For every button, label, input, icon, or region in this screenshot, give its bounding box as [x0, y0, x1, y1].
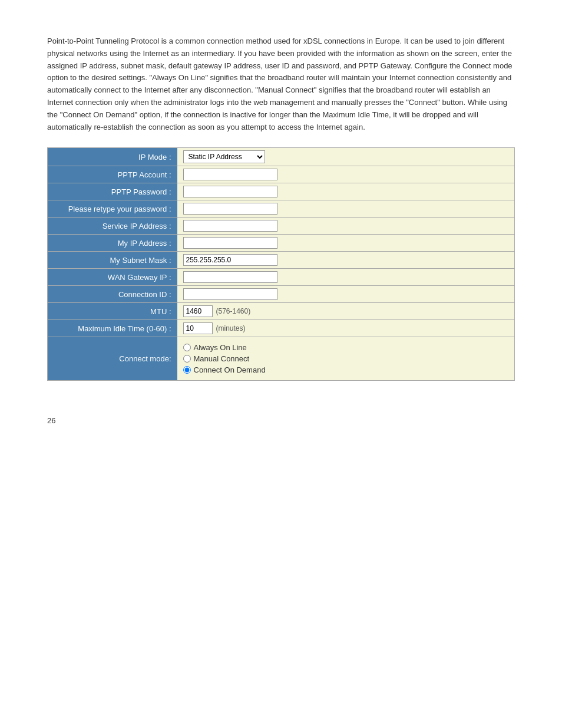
- pptp-account-label: PPTP Account :: [48, 166, 177, 183]
- service-ip-address-value-cell: [177, 218, 515, 235]
- my-ip-address-value-cell: [177, 235, 515, 252]
- service-ip-address-input[interactable]: [183, 220, 277, 232]
- pptp-password-input[interactable]: [183, 186, 277, 197]
- ip-mode-select[interactable]: Static IP AddressDynamic IP Address: [183, 150, 265, 163]
- connect-mode-value-cell: Always On LineManual ConnectConnect On D…: [177, 337, 515, 381]
- pptp-account-value-cell: [177, 166, 515, 183]
- connection-id-label: Connection ID :: [48, 286, 177, 303]
- page-number: 26: [47, 416, 515, 425]
- radio-label-always-on-line: Always On Line: [194, 343, 247, 352]
- radio-manual-connect[interactable]: [183, 355, 191, 363]
- radio-label-connect-on-demand: Connect On Demand: [194, 365, 266, 374]
- radio-connect-on-demand[interactable]: [183, 366, 191, 374]
- ip-mode-label: IP Mode :: [48, 148, 177, 166]
- radio-item-manual-connect[interactable]: Manual Connect: [183, 354, 509, 363]
- radio-always-on-line[interactable]: [183, 344, 191, 351]
- my-subnet-mask-value-cell: [177, 252, 515, 269]
- mtu-value-cell: (576-1460): [177, 303, 515, 320]
- my-subnet-mask-label: My Subnet Mask :: [48, 252, 177, 269]
- pptp-password-label: PPTP Password :: [48, 183, 177, 200]
- config-table: IP Mode :Static IP AddressDynamic IP Add…: [47, 147, 515, 381]
- my-subnet-mask-input[interactable]: [183, 254, 277, 266]
- radio-item-connect-on-demand[interactable]: Connect On Demand: [183, 365, 509, 374]
- mtu-input[interactable]: [183, 305, 213, 317]
- pptp-retype-password-input[interactable]: [183, 203, 277, 215]
- mtu-label: MTU :: [48, 303, 177, 320]
- connection-id-value-cell: [177, 286, 515, 303]
- wan-gateway-ip-value-cell: [177, 269, 515, 286]
- minutes-label: (minutes): [216, 324, 246, 332]
- service-ip-address-label: Service IP Address :: [48, 218, 177, 235]
- wan-gateway-ip-input[interactable]: [183, 271, 277, 283]
- pptp-password-value-cell: [177, 183, 515, 200]
- description-text: Point-to-Point Tunneling Protocol is a c…: [47, 35, 515, 133]
- mtu-range-label: (576-1460): [216, 307, 251, 315]
- connect-mode-group: Always On LineManual ConnectConnect On D…: [183, 340, 509, 378]
- max-idle-time-label: Maximum Idle Time (0-60) :: [48, 320, 177, 337]
- my-ip-address-label: My IP Address :: [48, 235, 177, 252]
- my-ip-address-input[interactable]: [183, 237, 277, 249]
- max-idle-time-input[interactable]: [183, 322, 213, 334]
- radio-item-always-on-line[interactable]: Always On Line: [183, 343, 509, 352]
- connect-mode-label: Connect mode:: [48, 337, 177, 381]
- ip-mode-value-cell: Static IP AddressDynamic IP Address: [177, 148, 515, 166]
- radio-label-manual-connect: Manual Connect: [194, 354, 250, 363]
- connection-id-input[interactable]: [183, 288, 277, 300]
- pptp-retype-password-value-cell: [177, 200, 515, 218]
- max-idle-time-value-cell: (minutes): [177, 320, 515, 337]
- wan-gateway-ip-label: WAN Gateway IP :: [48, 269, 177, 286]
- pptp-account-input[interactable]: [183, 169, 277, 180]
- pptp-retype-password-label: Please retype your password :: [48, 200, 177, 218]
